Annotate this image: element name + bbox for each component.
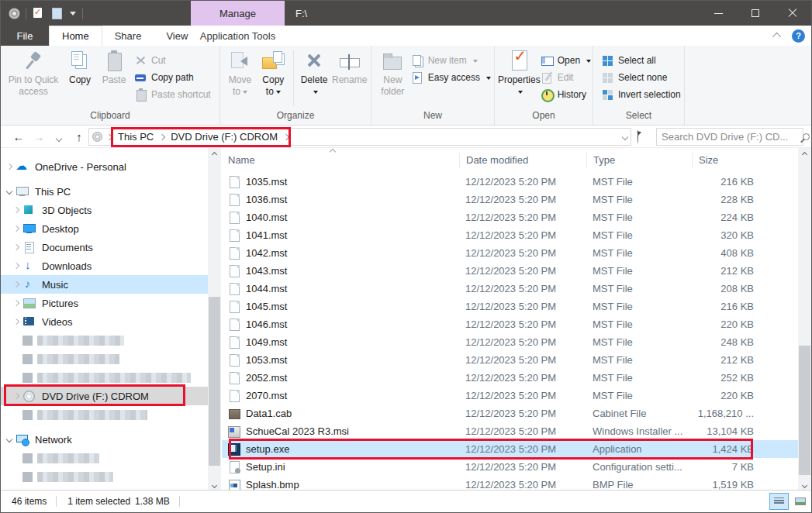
select-all-button[interactable]: Select all [601, 52, 681, 69]
file-row[interactable]: 2070.mst 12/12/2023 5:20 PM MST File 220… [222, 387, 798, 405]
drive-icon[interactable] [7, 6, 21, 20]
file-list-scrollbar[interactable] [798, 148, 811, 491]
column-header-date-modified[interactable]: Date modified [459, 153, 586, 168]
column-header-type[interactable]: Type [586, 153, 692, 168]
file-row[interactable]: Splash.bmp 12/12/2023 5:20 PM BMP File 1… [222, 476, 798, 491]
manage-contextual-header[interactable]: Manage [191, 1, 285, 26]
new-folder-button[interactable]: New folder [379, 47, 406, 98]
sidebar-item[interactable]: Music [1, 275, 208, 294]
sidebar-item[interactable]: Videos [1, 312, 208, 331]
new-folder-icon[interactable] [50, 6, 64, 20]
scrollbar-thumb[interactable] [209, 297, 220, 466]
sidebar-item[interactable]: Documents [1, 238, 208, 256]
help-button[interactable]: ? [792, 29, 805, 43]
minimize-button[interactable] [700, 1, 737, 26]
sidebar-item[interactable]: Downloads [1, 256, 208, 275]
cut-button[interactable]: Cut [134, 52, 211, 69]
column-header-name[interactable]: Name [222, 153, 459, 168]
file-row[interactable]: Setup.ini 12/12/2023 5:20 PM Configurati… [222, 458, 798, 476]
breadcrumb-dvd-drive[interactable]: DVD Drive (F:) CDROM [169, 131, 279, 143]
expander-icon[interactable] [13, 318, 19, 325]
search-input[interactable] [657, 131, 803, 143]
sidebar-item[interactable] [1, 331, 208, 349]
sidebar-item[interactable]: Network [1, 430, 208, 449]
sidebar-item[interactable] [1, 405, 208, 424]
sidebar-item[interactable]: 3D Objects [1, 201, 208, 219]
sidebar-item[interactable]: Pictures [1, 294, 208, 312]
sidebar-item[interactable]: DVD Drive (F:) CDROM [1, 387, 208, 405]
file-row[interactable]: 2052.mst 12/12/2023 5:20 PM MST File 252… [222, 369, 798, 387]
sidebar-item[interactable]: Desktop [1, 219, 208, 238]
expander-icon[interactable] [6, 164, 12, 170]
scroll-up-icon[interactable] [798, 148, 811, 160]
tab-share[interactable]: Share [102, 26, 154, 46]
sidebar-scrollbar[interactable] [208, 148, 221, 491]
sidebar-item[interactable]: This PC [1, 182, 208, 201]
breadcrumb-this-pc[interactable]: This PC [116, 131, 155, 143]
expander-icon[interactable] [6, 188, 12, 195]
paste-shortcut-button[interactable]: Paste shortcut [134, 86, 211, 103]
expander-icon[interactable] [13, 226, 19, 232]
tab-home[interactable]: Home [49, 26, 102, 46]
file-row[interactable]: 1040.mst 12/12/2023 5:20 PM MST File 224… [222, 208, 798, 226]
file-row[interactable]: 1043.mst 12/12/2023 5:20 PM MST File 212… [222, 262, 798, 280]
scroll-up-icon[interactable] [208, 148, 221, 160]
move-to-button[interactable]: Move to [223, 47, 257, 98]
new-item-button[interactable]: New item [411, 52, 491, 69]
file-row[interactable]: setup.exe 12/12/2023 5:20 PM Application… [222, 440, 798, 458]
details-view-button[interactable] [769, 493, 789, 510]
file-row[interactable]: 1045.mst 12/12/2023 5:20 PM MST File 216… [222, 298, 798, 315]
large-icons-view-button[interactable] [790, 493, 810, 510]
file-row[interactable]: 1044.mst 12/12/2023 5:20 PM MST File 208… [222, 280, 798, 298]
file-row[interactable]: SchueCal 2023 R3.msi 12/12/2023 5:20 PM … [222, 422, 798, 440]
sidebar-item[interactable] [1, 467, 208, 486]
easy-access-button[interactable]: Easy access [411, 69, 491, 86]
address-box[interactable]: This PC DVD Drive (F:) CDROM [88, 128, 631, 146]
file-row[interactable]: 1041.mst 12/12/2023 5:20 PM MST File 320… [222, 226, 798, 244]
file-row[interactable]: 1035.mst 12/12/2023 5:20 PM MST File 216… [222, 173, 798, 191]
copy-to-button[interactable]: Copy to [257, 47, 290, 98]
column-header-size[interactable]: Size [692, 153, 766, 168]
edit-button[interactable]: Edit [541, 69, 591, 86]
file-row[interactable]: Data1.cab 12/12/2023 5:20 PM Cabinet Fil… [222, 405, 798, 422]
copy-path-button[interactable]: Copy path [134, 69, 211, 86]
address-dropdown-icon[interactable] [622, 133, 628, 139]
refresh-button[interactable] [637, 131, 646, 140]
tab-application-tools[interactable]: Application Tools [191, 26, 285, 46]
collapse-ribbon-icon[interactable] [772, 33, 781, 41]
tab-file[interactable]: File [1, 26, 49, 46]
file-row[interactable]: 1036.mst 12/12/2023 5:20 PM MST File 228… [222, 191, 798, 208]
scrollbar-thumb[interactable] [799, 346, 810, 475]
properties-button[interactable]: Properties [498, 47, 541, 98]
delete-button[interactable]: Delete [297, 47, 332, 98]
file-row[interactable]: 1046.mst 12/12/2023 5:20 PM MST File 220… [222, 315, 798, 333]
sidebar-item[interactable] [1, 349, 208, 368]
copy-button[interactable]: Copy [63, 47, 97, 86]
properties-icon[interactable] [31, 6, 45, 20]
sidebar-item[interactable] [1, 449, 208, 467]
up-button[interactable]: ↑ [69, 130, 89, 143]
history-button[interactable]: History [541, 86, 591, 103]
expander-icon[interactable] [13, 393, 19, 399]
paste-button[interactable]: Paste [97, 47, 131, 86]
sidebar-item[interactable] [1, 368, 208, 387]
pin-to-quick-access-button[interactable]: Pin to Quick access [4, 47, 63, 98]
expander-icon[interactable] [13, 244, 19, 250]
rename-button[interactable]: Rename [331, 47, 368, 86]
select-none-button[interactable]: Select none [601, 69, 681, 86]
expander-icon[interactable] [6, 436, 12, 442]
expander-icon[interactable] [13, 263, 19, 269]
back-button[interactable]: ← [9, 130, 29, 143]
forward-button[interactable]: → [29, 130, 49, 143]
file-row[interactable]: 1042.mst 12/12/2023 5:20 PM MST File 408… [222, 244, 798, 262]
customize-toolbar-dropdown-icon[interactable] [68, 6, 78, 20]
invert-selection-button[interactable]: Invert selection [601, 86, 681, 103]
maximize-button[interactable] [737, 1, 774, 26]
open-button[interactable]: Open [541, 52, 591, 69]
expander-icon[interactable] [13, 281, 19, 287]
close-button[interactable] [774, 1, 811, 26]
file-row[interactable]: 1053.mst 12/12/2023 5:20 PM MST File 212… [222, 351, 798, 369]
expander-icon[interactable] [13, 207, 19, 213]
file-row[interactable]: 1049.mst 12/12/2023 5:20 PM MST File 248… [222, 333, 798, 351]
expander-icon[interactable] [13, 300, 19, 306]
